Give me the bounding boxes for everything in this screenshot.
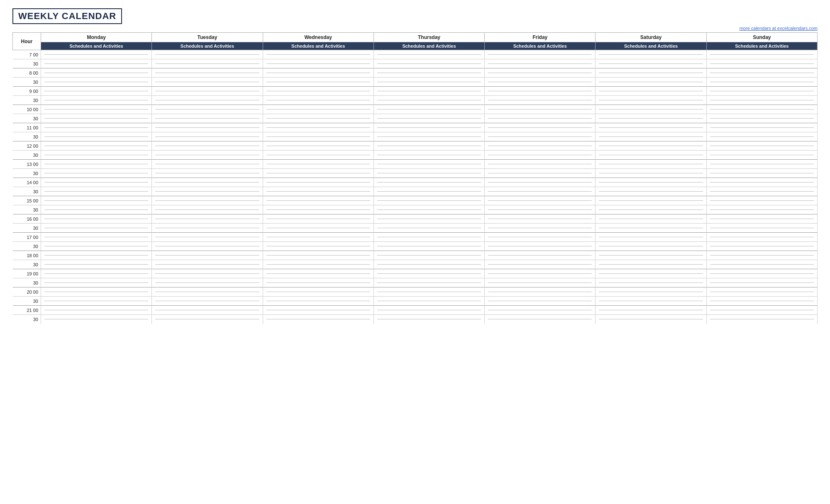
schedule-cell[interactable] [374, 269, 484, 278]
schedule-cell[interactable] [596, 178, 706, 187]
schedule-cell[interactable] [485, 187, 596, 196]
schedule-cell[interactable] [152, 196, 263, 205]
schedule-cell[interactable] [706, 242, 817, 251]
schedule-cell[interactable] [152, 160, 263, 169]
schedule-cell[interactable] [374, 105, 484, 114]
schedule-cell[interactable] [152, 50, 263, 59]
schedule-cell[interactable] [374, 160, 484, 169]
schedule-cell[interactable] [152, 269, 263, 278]
schedule-cell[interactable] [41, 269, 152, 278]
schedule-cell[interactable] [41, 96, 152, 105]
schedule-cell[interactable] [596, 151, 706, 160]
schedule-cell[interactable] [485, 141, 596, 151]
schedule-cell[interactable] [485, 251, 596, 260]
schedule-cell[interactable] [263, 132, 374, 141]
schedule-cell[interactable] [485, 169, 596, 178]
schedule-cell[interactable] [152, 242, 263, 251]
schedule-cell[interactable] [263, 224, 374, 233]
schedule-cell[interactable] [485, 306, 596, 315]
schedule-cell[interactable] [374, 59, 484, 68]
schedule-cell[interactable] [152, 59, 263, 68]
schedule-cell[interactable] [706, 132, 817, 141]
schedule-cell[interactable] [485, 105, 596, 114]
schedule-cell[interactable] [41, 178, 152, 187]
schedule-cell[interactable] [152, 96, 263, 105]
schedule-cell[interactable] [374, 260, 484, 269]
schedule-cell[interactable] [485, 260, 596, 269]
schedule-cell[interactable] [596, 59, 706, 68]
schedule-cell[interactable] [374, 187, 484, 196]
schedule-cell[interactable] [485, 151, 596, 160]
schedule-cell[interactable] [374, 306, 484, 315]
schedule-cell[interactable] [263, 315, 374, 324]
schedule-cell[interactable] [706, 278, 817, 287]
schedule-cell[interactable] [374, 205, 484, 214]
schedule-cell[interactable] [263, 68, 374, 78]
schedule-cell[interactable] [596, 87, 706, 96]
schedule-cell[interactable] [706, 205, 817, 214]
schedule-cell[interactable] [41, 68, 152, 78]
schedule-cell[interactable] [41, 260, 152, 269]
schedule-cell[interactable] [706, 315, 817, 324]
schedule-cell[interactable] [263, 151, 374, 160]
schedule-cell[interactable] [263, 306, 374, 315]
schedule-cell[interactable] [706, 251, 817, 260]
schedule-cell[interactable] [263, 242, 374, 251]
schedule-cell[interactable] [263, 141, 374, 151]
schedule-cell[interactable] [41, 59, 152, 68]
schedule-cell[interactable] [41, 315, 152, 324]
schedule-cell[interactable] [152, 132, 263, 141]
schedule-cell[interactable] [596, 68, 706, 78]
schedule-cell[interactable] [374, 287, 484, 297]
schedule-cell[interactable] [596, 169, 706, 178]
schedule-cell[interactable] [374, 50, 484, 59]
schedule-cell[interactable] [41, 251, 152, 260]
schedule-cell[interactable] [152, 169, 263, 178]
schedule-cell[interactable] [706, 287, 817, 297]
schedule-cell[interactable] [485, 224, 596, 233]
schedule-cell[interactable] [374, 78, 484, 87]
schedule-cell[interactable] [706, 123, 817, 132]
schedule-cell[interactable] [596, 233, 706, 242]
schedule-cell[interactable] [485, 242, 596, 251]
watermark-link[interactable]: more calendars at excelcalendars.com [12, 26, 818, 31]
schedule-cell[interactable] [596, 269, 706, 278]
schedule-cell[interactable] [263, 105, 374, 114]
schedule-cell[interactable] [152, 105, 263, 114]
schedule-cell[interactable] [374, 178, 484, 187]
schedule-cell[interactable] [263, 260, 374, 269]
schedule-cell[interactable] [41, 123, 152, 132]
schedule-cell[interactable] [263, 233, 374, 242]
schedule-cell[interactable] [596, 160, 706, 169]
schedule-cell[interactable] [596, 141, 706, 151]
schedule-cell[interactable] [485, 214, 596, 224]
schedule-cell[interactable] [263, 269, 374, 278]
schedule-cell[interactable] [152, 187, 263, 196]
schedule-cell[interactable] [596, 260, 706, 269]
schedule-cell[interactable] [485, 315, 596, 324]
schedule-cell[interactable] [485, 287, 596, 297]
schedule-cell[interactable] [596, 224, 706, 233]
schedule-cell[interactable] [41, 242, 152, 251]
schedule-cell[interactable] [152, 297, 263, 306]
schedule-cell[interactable] [152, 224, 263, 233]
schedule-cell[interactable] [263, 50, 374, 59]
schedule-cell[interactable] [152, 260, 263, 269]
schedule-cell[interactable] [263, 96, 374, 105]
schedule-cell[interactable] [485, 160, 596, 169]
schedule-cell[interactable] [706, 297, 817, 306]
schedule-cell[interactable] [596, 96, 706, 105]
schedule-cell[interactable] [374, 233, 484, 242]
schedule-cell[interactable] [41, 50, 152, 59]
schedule-cell[interactable] [41, 114, 152, 123]
schedule-cell[interactable] [374, 151, 484, 160]
schedule-cell[interactable] [706, 260, 817, 269]
schedule-cell[interactable] [706, 96, 817, 105]
schedule-cell[interactable] [706, 68, 817, 78]
schedule-cell[interactable] [596, 205, 706, 214]
schedule-cell[interactable] [374, 196, 484, 205]
schedule-cell[interactable] [263, 123, 374, 132]
schedule-cell[interactable] [263, 78, 374, 87]
schedule-cell[interactable] [706, 87, 817, 96]
schedule-cell[interactable] [706, 214, 817, 224]
